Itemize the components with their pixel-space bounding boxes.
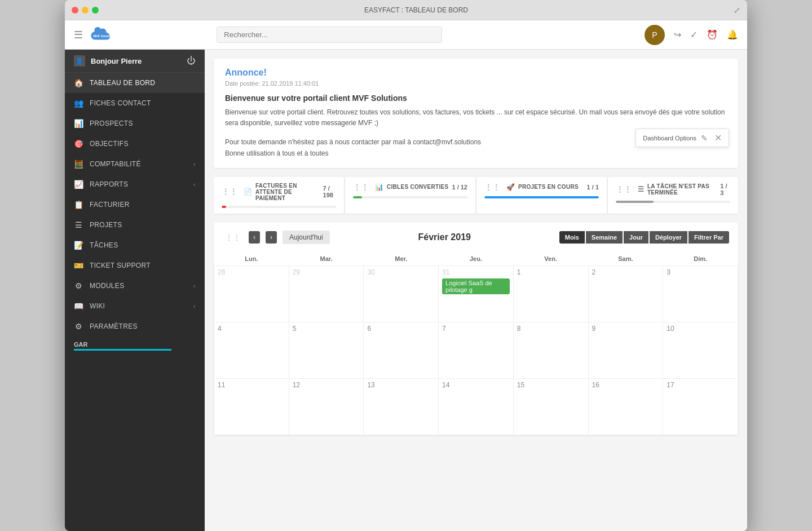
accounting-icon: 🧮 (74, 160, 84, 169)
stat-card-title: ⋮⋮ 🚀 PROJETS EN COURS (484, 183, 579, 192)
stat-value: 7 / 198 (323, 185, 336, 198)
calendar-header: ⋮⋮ ‹ › Aujourd'hui Février 2019 MoisSema… (214, 223, 738, 252)
stat-progress-fill (222, 206, 226, 208)
sidebar-item-modules[interactable]: ⚙ MODULES ‹ (65, 276, 205, 296)
check-icon[interactable]: ✓ (690, 29, 698, 40)
topbar: ☰ MVF Solutions P ↪ ✓ ⏰ 🔔 (65, 20, 747, 50)
sidebar-item-label: TABLEAU DE BORD (90, 79, 155, 87)
avatar[interactable]: P (645, 25, 665, 45)
calendar-cell[interactable]: 1 (513, 266, 588, 322)
calendar-week-row: 11121314151617 (214, 378, 738, 435)
cal-view-btn-jour[interactable]: Jour (624, 231, 648, 244)
drag-handle-icon[interactable]: ⋮⋮ (222, 187, 238, 196)
minimize-dot[interactable] (82, 7, 89, 14)
calendar-cell[interactable]: 6 (364, 322, 439, 378)
power-icon[interactable]: ⏻ (187, 56, 196, 66)
calendar-cell[interactable]: 31Logiciel SaaS de pilotage g (439, 266, 514, 322)
calendar-cell[interactable]: 16 (588, 378, 663, 435)
cal-view-btn-filtrer-par[interactable]: Filtrer Par (689, 231, 729, 244)
menu-icon[interactable]: ☰ (74, 29, 83, 41)
sidebar-item-wiki[interactable]: 📖 WIKI ‹ (65, 296, 205, 316)
reports-icon: 📈 (74, 180, 84, 189)
cal-view-btn-déployer[interactable]: Déployer (650, 231, 687, 244)
stat-card-header: ⋮⋮ 📄 FACTURES EN ATTENTE DE PAIEMENT 7 /… (222, 183, 336, 201)
drag-handle-icon[interactable]: ⋮⋮ (616, 185, 632, 194)
sidebar-item-projets[interactable]: ☰ PROJETS (65, 215, 205, 235)
calendar-cell[interactable]: 8 (513, 322, 588, 378)
stat-icon: 📄 (244, 188, 252, 196)
calendar-prev-btn[interactable]: ‹ (249, 231, 260, 244)
close-dot[interactable] (72, 7, 78, 14)
projects-icon: ☰ (74, 220, 84, 229)
gar-section: GAR (65, 337, 205, 352)
stat-value: 1 / 12 (452, 184, 467, 191)
calendar-cell[interactable]: 2 (588, 266, 663, 322)
stat-progress-bar (353, 196, 467, 198)
calendar-cell[interactable]: 10 (663, 322, 738, 378)
calendar-day-header: Lun. (214, 252, 289, 266)
ticket-icon: 🎫 (74, 261, 84, 270)
stat-card-projets: ⋮⋮ 🚀 PROJETS EN COURS 1 / 1 (476, 177, 607, 214)
search-input[interactable] (217, 26, 442, 43)
expand-icon[interactable]: ⤢ (734, 6, 740, 15)
stat-card-factures: ⋮⋮ 📄 FACTURES EN ATTENTE DE PAIEMENT 7 /… (214, 177, 344, 214)
stat-progress-fill (484, 196, 599, 198)
stat-progress-bar (484, 196, 599, 198)
calendar-today-btn[interactable]: Aujourd'hui (283, 231, 330, 244)
sidebar-item-ticket-support[interactable]: 🎫 TICKET SUPPORT (65, 255, 205, 276)
calendar-cell[interactable]: 17 (663, 378, 738, 435)
sidebar-item-prospects[interactable]: 📊 PROSPECTS (65, 113, 205, 134)
sidebar-item-taches[interactable]: 📝 TÂCHES (65, 235, 205, 255)
sidebar-item-label: FICHES CONTACT (90, 99, 151, 107)
announcement-body1: Bienvenue sur votre portail client. Retr… (225, 107, 727, 129)
sidebar-item-comptabilite[interactable]: 🧮 COMPTABILITÉ ‹ (65, 154, 205, 174)
objectives-icon: 🎯 (74, 139, 84, 148)
stat-progress-bar (222, 206, 336, 208)
announcement-title: Annonce! (225, 68, 727, 78)
invoice-icon: 📋 (74, 200, 84, 209)
drag-handle-icon[interactable]: ⋮⋮ (353, 183, 369, 192)
edit-icon[interactable]: ✎ (701, 134, 708, 143)
avatar-initials: P (652, 30, 657, 39)
calendar-cell[interactable]: 13 (364, 378, 439, 435)
calendar-cell[interactable]: 3 (663, 266, 738, 322)
calendar-cell[interactable]: 12 (289, 378, 364, 435)
calendar-cell[interactable]: 15 (513, 378, 588, 435)
sidebar-item-objectifs[interactable]: 🎯 OBJECTIFS (65, 134, 205, 154)
announcement-body3: Bonne utilisation à tous et à toutes (225, 148, 727, 159)
stat-card-header: ⋮⋮ ☰ LA TÂCHE N'EST PAS TERMINÉE 1 / 3 (616, 183, 730, 196)
sidebar-item-facturier[interactable]: 📋 FACTURIER (65, 194, 205, 215)
drag-handle-icon[interactable]: ⋮⋮ (484, 183, 501, 192)
cal-view-btn-semaine[interactable]: Semaine (586, 231, 623, 244)
calendar-cell[interactable]: 14 (439, 378, 514, 435)
stat-card-cibles: ⋮⋮ 📊 CIBLES CONVERTIES 1 / 12 (345, 177, 475, 214)
calendar-cell[interactable]: 4 (214, 322, 289, 378)
dashboard-options-label: Dashboard Options (643, 135, 696, 141)
calendar-cell[interactable]: 29 (289, 266, 364, 322)
calendar-cell[interactable]: 7 (439, 322, 514, 378)
sidebar-item-parametres[interactable]: ⚙ PARAMÈTRES (65, 316, 205, 337)
share-icon[interactable]: ↪ (674, 29, 681, 40)
maximize-dot[interactable] (92, 7, 99, 14)
calendar-cell[interactable]: 11 (214, 378, 289, 435)
calendar-cell[interactable]: 9 (588, 322, 663, 378)
contacts-icon: 👥 (74, 99, 84, 108)
calendar-cell[interactable]: 5 (289, 322, 364, 378)
close-icon[interactable]: ✕ (714, 132, 722, 143)
calendar-drag-handle[interactable]: ⋮⋮ (223, 228, 243, 246)
dashboard-options-panel: Dashboard Options ✎ ✕ (636, 129, 729, 147)
calendar-cell[interactable]: 30 (364, 266, 439, 322)
calendar-next-btn[interactable]: › (266, 231, 277, 244)
stat-title-text: CIBLES CONVERTIES (387, 184, 449, 190)
announcement-card: Annonce! Date postée: 21.02.2019 11:40:0… (214, 59, 738, 168)
sidebar-item-fiches-contact[interactable]: 👥 FICHES CONTACT (65, 93, 205, 113)
modules-icon: ⚙ (74, 281, 84, 290)
calendar-days-row: Lun.Mar.Mer.Jeu.Ven.Sam.Dim. (214, 252, 738, 266)
calendar-event[interactable]: Logiciel SaaS de pilotage g (442, 278, 510, 294)
bell-icon[interactable]: 🔔 (727, 29, 738, 40)
calendar-cell[interactable]: 28 (214, 266, 289, 322)
cal-view-btn-mois[interactable]: Mois (559, 231, 585, 244)
sidebar-item-rapports[interactable]: 📈 RAPPORTS ‹ (65, 174, 205, 194)
sidebar-item-tableau-de-bord[interactable]: 🏠 TABLEAU DE BORD (65, 73, 205, 93)
clock-icon[interactable]: ⏰ (707, 29, 718, 40)
